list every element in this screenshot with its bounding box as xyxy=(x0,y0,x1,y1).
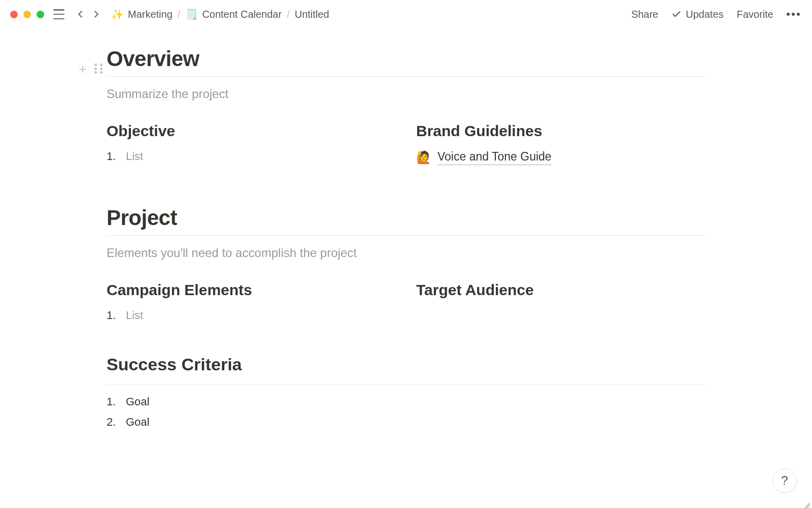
objective-heading[interactable]: Objective xyxy=(107,122,396,140)
nav-back-button[interactable] xyxy=(74,8,87,21)
success-criteria-list: 1. Goal 2. Goal xyxy=(107,395,705,429)
list-item-text: Goal xyxy=(126,416,149,429)
drag-handle-icon[interactable] xyxy=(94,64,103,74)
nav-forward-button[interactable] xyxy=(90,8,103,21)
breadcrumb: ✨ Marketing / 🗒️ Content Calendar / Unti… xyxy=(111,8,329,20)
list-item[interactable]: 1. List xyxy=(107,150,396,163)
check-icon xyxy=(671,9,682,19)
sidebar-toggle-icon[interactable] xyxy=(53,9,64,19)
window-controls xyxy=(10,11,44,18)
section-divider xyxy=(107,385,705,385)
breadcrumb-label: Marketing xyxy=(128,9,173,20)
list-item[interactable]: 1. Goal xyxy=(107,395,705,408)
overview-heading[interactable]: Overview xyxy=(107,47,705,71)
voice-and-tone-link[interactable]: Voice and Tone Guide xyxy=(437,150,552,165)
minimize-window-button[interactable] xyxy=(23,11,31,18)
topbar: ✨ Marketing / 🗒️ Content Calendar / Unti… xyxy=(0,0,812,28)
breadcrumb-item-content-calendar[interactable]: 🗒️ Content Calendar xyxy=(185,8,282,20)
list-number: 1. xyxy=(107,150,119,163)
brand-guidelines-heading[interactable]: Brand Guidelines xyxy=(416,122,705,140)
help-button[interactable]: ? xyxy=(772,468,797,493)
add-block-button[interactable]: ＋ xyxy=(76,62,89,75)
share-button[interactable]: Share xyxy=(631,9,658,20)
updates-label: Updates xyxy=(686,9,724,20)
top-actions: Share Updates Favorite xyxy=(631,9,800,20)
list-item-text: List xyxy=(126,150,143,163)
notepad-icon: 🗒️ xyxy=(185,8,198,20)
zoom-window-button[interactable] xyxy=(37,11,44,18)
favorite-button[interactable]: Favorite xyxy=(737,9,773,20)
breadcrumb-separator: / xyxy=(287,9,290,20)
favorite-label: Favorite xyxy=(737,9,773,20)
page-content: ＋ Overview Summarize the project Objecti… xyxy=(107,28,705,429)
more-menu-button[interactable] xyxy=(787,13,800,16)
overview-subtitle[interactable]: Summarize the project xyxy=(107,87,705,101)
section-divider xyxy=(107,235,705,236)
objective-list: 1. List xyxy=(107,150,396,163)
project-subtitle[interactable]: Elements you'll need to accomplish the p… xyxy=(107,246,705,260)
list-number: 2. xyxy=(107,416,119,429)
list-item[interactable]: 1. List xyxy=(107,309,396,322)
section-divider xyxy=(107,76,705,77)
linked-page: 🙋 Voice and Tone Guide xyxy=(416,150,705,165)
list-item-text: Goal xyxy=(126,395,149,408)
breadcrumb-item-current[interactable]: Untitled xyxy=(295,9,329,20)
list-item-text: List xyxy=(126,309,143,322)
overview-columns: Objective 1. List Brand Guidelines 🙋 Voi… xyxy=(107,122,705,170)
sparkles-icon: ✨ xyxy=(111,8,124,20)
block-handles: ＋ xyxy=(76,62,103,75)
list-number: 1. xyxy=(107,395,119,408)
target-audience-heading[interactable]: Target Audience xyxy=(416,281,705,299)
overview-right-column: Brand Guidelines 🙋 Voice and Tone Guide xyxy=(416,122,705,170)
breadcrumb-label: Untitled xyxy=(295,9,329,20)
resize-corner-icon xyxy=(804,500,811,507)
close-window-button[interactable] xyxy=(10,11,18,18)
project-right-column: Target Audience xyxy=(416,281,705,329)
success-criteria-heading[interactable]: Success Criteria xyxy=(107,355,705,374)
list-item[interactable]: 2. Goal xyxy=(107,416,705,429)
breadcrumb-separator: / xyxy=(178,9,181,20)
breadcrumb-label: Content Calendar xyxy=(202,9,282,20)
project-heading[interactable]: Project xyxy=(107,206,705,230)
help-icon: ? xyxy=(781,473,788,488)
campaign-elements-list: 1. List xyxy=(107,309,396,322)
campaign-elements-heading[interactable]: Campaign Elements xyxy=(107,281,396,299)
project-columns: Campaign Elements 1. List Target Audienc… xyxy=(107,281,705,329)
project-left-column: Campaign Elements 1. List xyxy=(107,281,396,329)
list-number: 1. xyxy=(107,309,119,322)
share-label: Share xyxy=(631,9,658,20)
updates-button[interactable]: Updates xyxy=(671,9,724,20)
breadcrumb-item-marketing[interactable]: ✨ Marketing xyxy=(111,8,173,20)
person-raising-hand-icon: 🙋 xyxy=(416,150,431,165)
overview-left-column: Objective 1. List xyxy=(107,122,396,170)
